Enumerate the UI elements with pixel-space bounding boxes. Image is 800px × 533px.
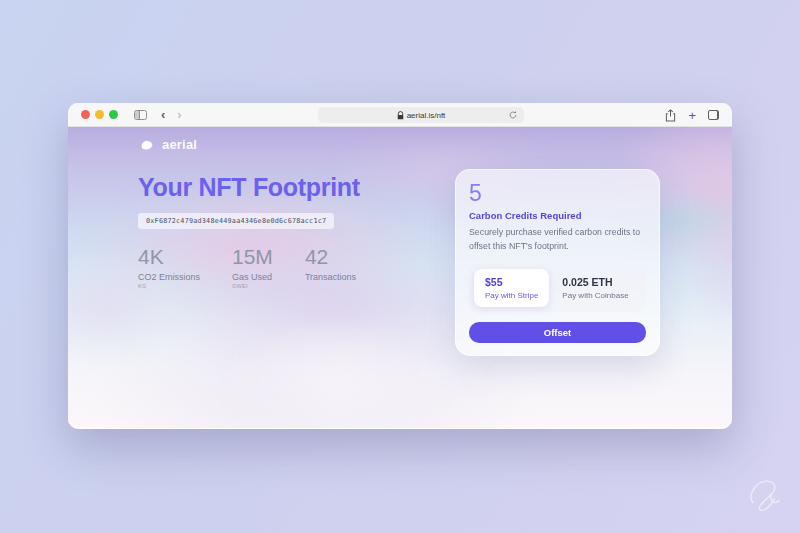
- coinbase-amount: 0.025 ETH: [562, 276, 628, 288]
- stat-label: Gas Used: [232, 272, 273, 282]
- brand-name: aerial: [162, 137, 197, 152]
- zoom-window-button[interactable]: [109, 110, 118, 119]
- window-controls: [81, 110, 118, 119]
- carbon-offset-card: 5 Carbon Credits Required Securely purch…: [455, 169, 660, 356]
- tabs-icon[interactable]: [708, 110, 719, 120]
- page-content: aerial Your NFT Footprint 0xF6872c479ad3…: [68, 127, 732, 428]
- cloud-decoration: [668, 187, 732, 327]
- brand-logo[interactable]: aerial: [140, 137, 197, 152]
- new-tab-icon[interactable]: +: [688, 109, 696, 122]
- stat-value: 4K: [138, 245, 200, 269]
- toolbar-right-icons: +: [665, 103, 719, 127]
- browser-toolbar: ‹ › aerial.is/nft +: [68, 103, 732, 127]
- stat-transactions: 42 Transactions: [305, 245, 356, 289]
- forward-icon[interactable]: ›: [177, 108, 181, 121]
- card-description: Securely purchase verified carbon credit…: [469, 226, 646, 253]
- stat-co2-emissions: 4K CO2 Emissions KG: [138, 245, 200, 289]
- wallet-hash[interactable]: 0xF6872c479ad348e449aa4346e8e0d6c678acc1…: [138, 213, 334, 229]
- browser-window: ‹ › aerial.is/nft + aerial Your: [68, 103, 732, 429]
- pay-with-coinbase-option[interactable]: 0.025 ETH Pay with Coinbase: [562, 276, 628, 300]
- offset-button[interactable]: Offset: [469, 322, 646, 343]
- signature-mark: [746, 471, 784, 517]
- stripe-label: Pay with Stripe: [485, 291, 538, 300]
- lock-icon: [397, 111, 404, 120]
- payment-options: $55 Pay with Stripe 0.025 ETH Pay with C…: [469, 264, 646, 312]
- stat-label: Transactions: [305, 272, 356, 282]
- pay-with-stripe-option[interactable]: $55 Pay with Stripe: [474, 269, 549, 307]
- sidebar-icon[interactable]: [134, 110, 147, 120]
- stat-value: 15M: [232, 245, 273, 269]
- credits-value: 5: [469, 181, 646, 206]
- stat-unit: KG: [138, 283, 200, 289]
- aerial-cloud-logo-icon: [140, 138, 156, 152]
- coinbase-label: Pay with Coinbase: [562, 291, 628, 300]
- stat-label: CO2 Emissions: [138, 272, 200, 282]
- stripe-amount: $55: [485, 276, 538, 288]
- close-window-button[interactable]: [81, 110, 90, 119]
- stat-value: 42: [305, 245, 356, 269]
- credits-label: Carbon Credits Required: [469, 210, 646, 221]
- cloud-decoration: [218, 317, 458, 428]
- url-text: aerial.is/nft: [407, 111, 446, 120]
- back-icon[interactable]: ‹: [161, 108, 165, 121]
- reload-icon[interactable]: [508, 110, 518, 120]
- page-title: Your NFT Footprint: [138, 173, 360, 202]
- stat-gas-used: 15M Gas Used GWEI: [232, 245, 273, 289]
- address-bar[interactable]: aerial.is/nft: [318, 107, 524, 123]
- stat-unit: GWEI: [232, 283, 273, 289]
- share-icon[interactable]: [665, 109, 676, 122]
- footprint-stats: 4K CO2 Emissions KG 15M Gas Used GWEI 42…: [138, 245, 356, 289]
- minimize-window-button[interactable]: [95, 110, 104, 119]
